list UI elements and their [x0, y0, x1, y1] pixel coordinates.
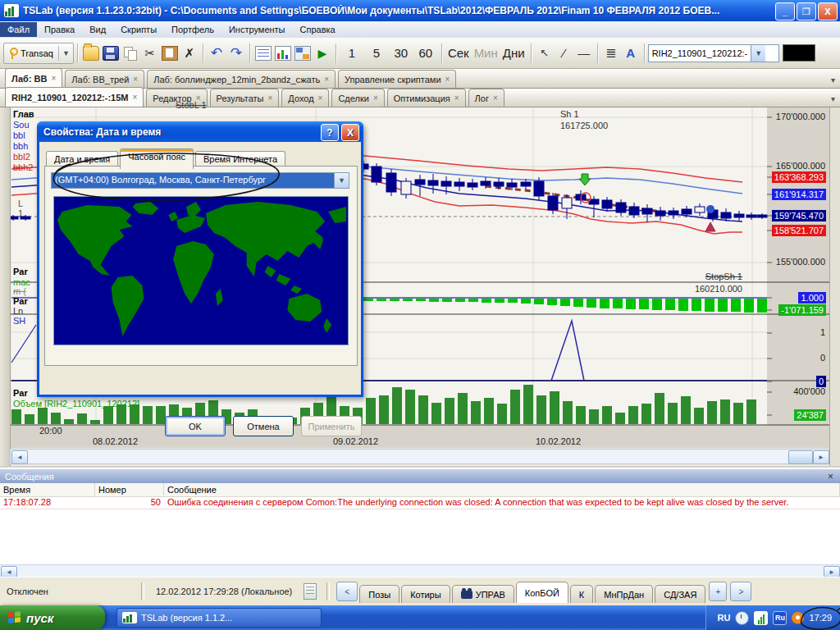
workspace-tab-4[interactable]: Управление скриптами× [338, 70, 456, 88]
view-tab-6[interactable]: Оптимизация× [387, 89, 466, 107]
tab-close-icon[interactable]: × [445, 75, 450, 84]
chevron-down-icon[interactable]: ▼ [751, 45, 765, 62]
scroll-right-button[interactable]: ► [824, 566, 840, 578]
unit-button[interactable]: Дни [500, 41, 527, 66]
panel-tab-3[interactable]: УПРАВ [452, 585, 514, 603]
minimize-button[interactable]: _ [775, 2, 795, 21]
restore-button[interactable]: ❐ [797, 2, 816, 21]
menu-item-6[interactable]: Инструменты [221, 22, 293, 37]
chart-horizontal-scrollbar[interactable]: ◄ ► [10, 449, 829, 464]
redo-button[interactable]: ↷ [226, 43, 246, 64]
column-header-message[interactable]: Сообщение [164, 483, 840, 496]
view-tab-5[interactable]: Сделки× [331, 89, 384, 107]
interval-button-5[interactable]: 5 [364, 41, 389, 66]
levels-tool-button[interactable]: ≣ [601, 43, 621, 64]
messages-horizontal-scrollbar[interactable]: ◄ ► [0, 564, 840, 578]
taskbar-app-button[interactable]: TSLab (версия 1.1.2... [116, 608, 322, 628]
properties-button[interactable] [253, 43, 273, 64]
view-tab-7[interactable]: Лог× [468, 89, 504, 107]
tab-close-icon[interactable]: × [52, 74, 57, 83]
workspace-button[interactable] [293, 43, 313, 64]
tab-overflow-icon[interactable]: ▾ [831, 94, 835, 103]
tray-antivirus-icon[interactable] [792, 612, 804, 624]
panel-tab-6[interactable]: МнПрДан [595, 585, 653, 603]
panel-tab-5[interactable]: К [570, 585, 593, 603]
start-button[interactable]: пуск [0, 605, 105, 630]
cancel-button[interactable]: Отмена [233, 416, 294, 436]
chart-button[interactable] [273, 43, 293, 64]
panel-tab-add-button[interactable]: + [709, 582, 727, 601]
messages-titlebar[interactable]: Сообщения × [0, 469, 840, 483]
scroll-left-button[interactable]: ◄ [1, 566, 17, 578]
dialog-tab-2[interactable]: Часовой пояс [120, 148, 194, 169]
tab-close-icon[interactable]: × [133, 93, 138, 102]
menu-item-5[interactable]: Портфель [164, 22, 221, 37]
text-tool-button[interactable]: A [621, 43, 641, 64]
view-tab-1[interactable]: RIH2_110901_120212:-:15M× [5, 87, 144, 107]
cut-button[interactable]: ✂ [140, 43, 160, 64]
tray-language-icon[interactable]: Ru [773, 611, 787, 625]
symbol-combobox[interactable]: RIH2_110901_120212:- ▼ [648, 44, 779, 62]
copy-button[interactable] [121, 43, 140, 64]
delete-button[interactable]: ✗ [180, 43, 199, 64]
close-button[interactable]: X [818, 2, 838, 21]
interval-button-60[interactable]: 60 [413, 41, 438, 66]
trendline-tool-button[interactable]: ∕ [555, 43, 574, 64]
menu-item-1[interactable]: Файл [0, 22, 37, 37]
chart-left-splitter[interactable] [0, 107, 11, 466]
unit-button[interactable]: Сек [445, 41, 472, 66]
undo-button[interactable]: ↶ [207, 43, 226, 64]
interval-button-1[interactable]: 1 [340, 41, 364, 66]
open-button[interactable] [81, 43, 101, 64]
window-titlebar[interactable]: TSLab (версия 1.1.23.0:32bit) - C:\Docum… [0, 0, 840, 21]
tab-close-icon[interactable]: × [454, 94, 459, 103]
menu-item-4[interactable]: Скрипты [113, 22, 164, 37]
ok-button[interactable]: OK [165, 416, 226, 436]
menu-item-7[interactable]: Справка [293, 22, 343, 37]
dialog-help-button[interactable]: ? [321, 124, 339, 141]
message-row[interactable]: 17:18:07.28 50 Ошибка соединения с серве… [0, 496, 840, 509]
language-indicator[interactable]: RU [718, 613, 731, 623]
interval-button-30[interactable]: 30 [389, 41, 413, 66]
messages-close-icon[interactable]: × [828, 471, 833, 482]
tab-overflow-icon[interactable]: ▾ [831, 75, 835, 84]
color-swatch[interactable] [783, 44, 815, 62]
scroll-left-button[interactable]: ◄ [11, 450, 28, 464]
tab-close-icon[interactable]: × [133, 75, 138, 84]
dialog-close-button[interactable]: X [341, 124, 359, 141]
tab-close-icon[interactable]: × [373, 94, 378, 103]
menu-item-3[interactable]: Вид [82, 22, 113, 37]
panel-tabs-next-button[interactable]: > [730, 582, 751, 601]
timezone-map[interactable] [53, 196, 349, 345]
scroll-right-button[interactable]: ► [813, 450, 829, 464]
panel-tabs-prev-button[interactable]: < [336, 582, 358, 601]
chart-right-scrollbar[interactable] [829, 107, 840, 466]
pointer-tool-button[interactable]: ↖ [535, 43, 555, 64]
panel-tab-4[interactable]: КопБОЙ [516, 582, 568, 603]
tray-tslab-icon[interactable] [754, 611, 768, 625]
view-tab-4[interactable]: Доход× [281, 89, 329, 107]
tab-close-icon[interactable]: × [267, 94, 272, 103]
menu-item-2[interactable]: Правка [37, 22, 82, 37]
panel-tab-2[interactable]: Котиры [401, 585, 450, 603]
paste-button[interactable] [160, 43, 180, 64]
scrollbar-thumb[interactable] [788, 450, 813, 464]
panel-tab-1[interactable]: Позы [359, 585, 399, 603]
taskbar-clock[interactable]: 17:29 [809, 613, 832, 623]
chevron-down-icon[interactable]: ▼ [334, 173, 349, 188]
notes-icon[interactable] [304, 583, 317, 600]
column-header-number[interactable]: Номер [95, 483, 164, 496]
hline-tool-button[interactable]: — [574, 43, 594, 64]
tab-close-icon[interactable]: × [493, 94, 498, 103]
timezone-combobox[interactable]: (GMT+04:00) Волгоград, Москва, Санкт-Пет… [51, 172, 349, 189]
save-button[interactable] [101, 43, 121, 64]
panel-tab-7[interactable]: СД/ЗАЯ [655, 585, 705, 603]
tab-close-icon[interactable]: × [324, 75, 329, 84]
run-script-button[interactable]: ▶ [313, 43, 332, 64]
view-tab-3[interactable]: Результаты× [210, 89, 280, 107]
workspace-tab-3[interactable]: Лаб: боллинджер_12min_2bandz_сжать× [147, 70, 336, 88]
column-header-time[interactable]: Время [0, 483, 95, 496]
workspace-tab-2[interactable]: Лаб: BB_трей× [65, 70, 144, 88]
transaq-connection-button[interactable]: Transaq ▼ [3, 43, 74, 64]
workspace-tab-1[interactable]: Лаб: BB× [5, 68, 62, 88]
